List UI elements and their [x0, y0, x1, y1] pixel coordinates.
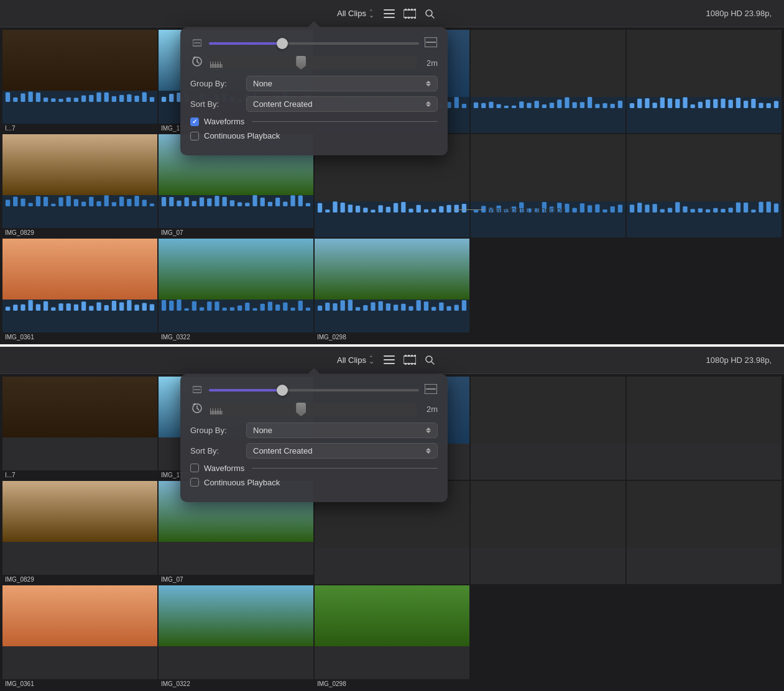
- duration-track-1[interactable]: [209, 56, 417, 70]
- svg-rect-6: [411, 9, 413, 11]
- list-item[interactable]: IMG_0322: [159, 239, 313, 342]
- svg-rect-16: [21, 93, 25, 102]
- svg-rect-238: [192, 301, 196, 311]
- list-item[interactable]: [627, 377, 782, 480]
- svg-rect-84: [550, 103, 554, 108]
- svg-rect-98: [660, 98, 665, 108]
- list-item[interactable]: [627, 481, 782, 584]
- continuous-checkbox-1[interactable]: [190, 132, 199, 140]
- all-clips-chevron-2: [369, 355, 375, 364]
- svg-rect-148: [268, 202, 272, 206]
- list-item[interactable]: IMG_0298: [315, 585, 469, 689]
- svg-rect-81: [527, 103, 531, 108]
- filmstrip-icon-2[interactable]: [404, 355, 416, 365]
- svg-rect-287: [411, 355, 413, 357]
- svg-rect-150: [283, 202, 287, 207]
- group-by-dropdown-1[interactable]: None: [246, 76, 438, 91]
- duration-thumb-1[interactable]: [296, 56, 306, 70]
- sort-by-value-2: Content Created: [253, 446, 312, 455]
- size-slider-1[interactable]: [209, 42, 419, 45]
- group-by-arrow-up-1: [426, 81, 431, 83]
- svg-rect-93: [618, 101, 622, 108]
- list-item[interactable]: IMG_0829: [2, 481, 157, 584]
- list-item[interactable]: [471, 30, 625, 133]
- size-slider-fill-1: [209, 42, 282, 45]
- all-clips-label-2: All Clips: [337, 355, 366, 365]
- search-icon-1[interactable]: [425, 9, 435, 19]
- list-item[interactable]: I...7: [2, 377, 157, 480]
- svg-rect-146: [252, 195, 257, 206]
- continuous-row-2: Continuous Playback: [190, 478, 438, 487]
- svg-rect-88: [580, 102, 584, 108]
- duration-slider-row-1: 2m: [190, 56, 438, 70]
- svg-rect-260: [363, 305, 367, 311]
- group-by-dropdown-2[interactable]: None: [246, 423, 438, 438]
- group-by-arrows-1: [426, 81, 431, 86]
- size-slider-track-1: [209, 42, 419, 45]
- svg-rect-33: [150, 97, 154, 102]
- svg-rect-268: [424, 301, 428, 311]
- svg-rect-239: [200, 308, 204, 311]
- svg-rect-171: [446, 205, 451, 213]
- svg-rect-35: [169, 94, 173, 102]
- svg-rect-289: [405, 363, 407, 365]
- svg-rect-116: [21, 199, 25, 206]
- svg-rect-252: [298, 301, 303, 311]
- size-slider-thumb-1[interactable]: [277, 38, 288, 49]
- clip-label: IMG_0298: [315, 332, 469, 342]
- svg-rect-25: [89, 95, 93, 102]
- duration-track-2[interactable]: [209, 403, 417, 416]
- size-slider-thumb-2[interactable]: [277, 385, 288, 396]
- svg-rect-113: [774, 101, 778, 108]
- svg-rect-123: [74, 199, 78, 206]
- svg-rect-212: [767, 201, 771, 212]
- all-clips-chevron-1: [369, 9, 375, 18]
- annotation-1: Waveforms turned on: [454, 205, 765, 214]
- size-slider-row-2: [190, 384, 438, 396]
- svg-rect-157: [341, 203, 345, 213]
- group-by-row-2: Group By: None: [190, 423, 438, 438]
- svg-rect-214: [6, 307, 10, 311]
- list-item[interactable]: [471, 134, 625, 237]
- waveforms-checkbox-2[interactable]: [190, 464, 199, 472]
- all-clips-button-2[interactable]: All Clips: [337, 355, 375, 365]
- list-item[interactable]: IMG_0361: [2, 585, 157, 689]
- list-item[interactable]: [471, 481, 625, 584]
- svg-rect-254: [318, 306, 322, 311]
- svg-rect-29: [119, 95, 124, 102]
- search-icon-2[interactable]: [425, 355, 435, 365]
- svg-rect-91: [602, 103, 607, 108]
- popup-1: 2m Group By: None Sort By: Content Creat…: [180, 27, 448, 155]
- continuous-checkbox-2[interactable]: [190, 478, 199, 487]
- all-clips-button-1[interactable]: All Clips: [337, 9, 375, 18]
- continuous-row-1: Continuous Playback: [190, 131, 438, 140]
- svg-rect-251: [290, 308, 295, 311]
- svg-rect-82: [535, 101, 539, 108]
- svg-rect-227: [104, 305, 109, 311]
- list-view-icon-2[interactable]: [384, 355, 395, 364]
- sort-by-dropdown-2[interactable]: Content Created: [246, 443, 438, 459]
- waveforms-checkbox-1[interactable]: [190, 117, 199, 126]
- waveform-area: [471, 97, 625, 133]
- group-by-arrows-2: [426, 428, 431, 433]
- svg-rect-153: [306, 203, 310, 206]
- size-slider-2[interactable]: [209, 389, 419, 391]
- size-small-icon-1: [190, 38, 204, 49]
- clip-label: IMG_07: [159, 228, 313, 237]
- duration-thumb-2[interactable]: [296, 403, 306, 416]
- list-item[interactable]: [627, 30, 782, 133]
- list-item[interactable]: IMG_0829: [2, 134, 157, 237]
- list-item[interactable]: I...7: [2, 30, 157, 133]
- svg-rect-282: [384, 359, 395, 360]
- list-item[interactable]: [627, 134, 782, 237]
- svg-rect-291: [411, 363, 413, 365]
- list-item[interactable]: IMG_0298: [315, 239, 469, 342]
- filmstrip-icon-1[interactable]: [404, 9, 416, 19]
- list-item[interactable]: IMG_0361: [2, 239, 157, 342]
- svg-rect-245: [245, 303, 249, 311]
- list-item[interactable]: IMG_0322: [159, 585, 313, 689]
- svg-rect-101: [683, 97, 687, 108]
- sort-by-dropdown-1[interactable]: Content Created: [246, 96, 438, 112]
- list-view-icon-1[interactable]: [384, 9, 395, 18]
- list-item[interactable]: [471, 377, 625, 480]
